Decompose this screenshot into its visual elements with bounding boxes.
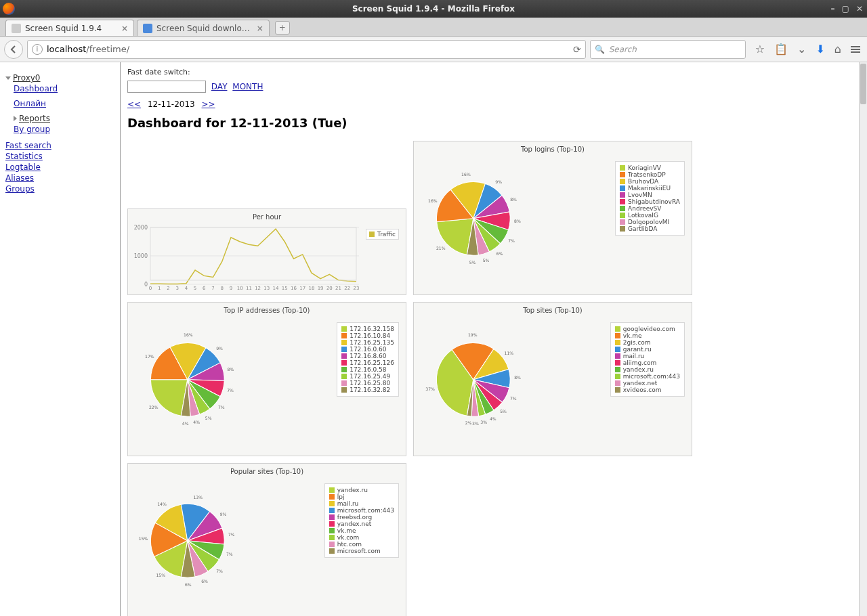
sidebar-bygroup[interactable]: By group [14,125,114,134]
legend-top-ip: 172.16.32.158172.16.10.84172.16.25.13517… [337,322,399,397]
chart-title: Top sites (Top-10) [417,307,689,314]
svg-text:7%: 7% [218,405,225,410]
svg-text:7%: 7% [216,569,223,573]
svg-text:21%: 21% [436,246,446,250]
line-legend: Traffic [366,229,399,240]
navbar: i localhost/freetime/ ⟳ 🔍 Search ☆ 📋 ⌄ ⬇… [0,37,867,62]
svg-text:10: 10 [237,286,243,291]
svg-text:16%: 16% [461,172,471,177]
panel-top-ip: Top IP addresses (Top-10) 22%17%16%9%8%7… [127,302,406,456]
proxy-group[interactable]: Proxy0 [5,73,114,83]
svg-text:9: 9 [230,286,232,291]
svg-text:8%: 8% [514,219,521,223]
svg-text:5%: 5% [483,258,490,263]
svg-text:21: 21 [335,286,341,291]
svg-text:16: 16 [291,286,297,291]
minimize-button[interactable]: – [831,4,835,14]
legend-top-logins: KoriaginVVTratsenkoDPBruhovDAMakarinskii… [615,161,685,236]
site-info-icon[interactable]: i [32,44,43,55]
clipboard-icon[interactable]: 📋 [774,43,788,56]
search-bar[interactable]: 🔍 Search [590,40,746,59]
svg-text:13: 13 [263,286,270,291]
url-bar[interactable]: i localhost/freetime/ ⟳ [27,40,586,59]
pie-popular: 15%15%14%13%9%7%7%7%6%6% [148,490,263,605]
url-text: localhost/freetime/ [47,44,569,54]
svg-text:19: 19 [318,286,324,291]
svg-text:5%: 5% [500,409,507,414]
prev-date[interactable]: << [127,100,141,109]
page-title: Dashboard for 12-11-2013 (Tue) [127,116,860,130]
favicon-icon [12,24,21,33]
os-titlebar: Screen Squid 1.9.4 - Mozilla Firefox – ▢… [0,0,867,18]
maximize-button[interactable]: ▢ [842,4,849,14]
svg-text:9%: 9% [495,179,502,184]
svg-text:4%: 4% [490,416,496,421]
home-icon[interactable]: ⌂ [834,43,841,56]
back-button[interactable] [4,40,23,59]
close-window-button[interactable]: ✕ [856,4,863,14]
sidebar-groups[interactable]: Groups [5,184,114,194]
svg-text:5%: 5% [469,260,476,265]
content: Fast date switch: DAY MONTH << 12-11-201… [121,62,867,616]
date-nav: << 12-11-2013 >> [127,100,860,109]
panel-per-hour: Per hour 0100020000123456789101112131415… [127,208,406,295]
svg-text:1: 1 [158,286,161,291]
svg-text:0: 0 [149,286,152,291]
svg-text:23: 23 [354,286,360,291]
svg-text:14: 14 [273,286,279,291]
svg-text:1000: 1000 [134,253,148,259]
sidebar-statistics[interactable]: Statistics [5,152,114,161]
svg-text:8%: 8% [510,197,517,202]
panel-popular-sites: Popular sites (Top-10) 15%15%14%13%9%7%7… [127,463,406,616]
tab-inactive[interactable]: Screen Squid downlo… × [137,20,270,36]
next-date[interactable]: >> [202,100,215,109]
downloads-icon[interactable]: ⬇ [816,43,824,56]
svg-text:6%: 6% [201,579,208,584]
svg-text:3%: 3% [480,420,487,424]
chart-title: Popular sites (Top-10) [131,468,403,475]
svg-text:8%: 8% [514,375,521,380]
scrollbar-thumb[interactable] [860,64,866,104]
month-link[interactable]: MONTH [232,82,263,91]
sidebar-online[interactable]: Онлайн [14,99,114,108]
svg-text:16%: 16% [184,332,193,337]
tab-active[interactable]: Screen Squid 1.9.4 × [5,20,134,36]
pie-top-sites: 37%19%11%8%7%5%4%3%3%2% [434,329,549,444]
close-icon[interactable]: × [257,24,263,33]
sidebar-dashboard[interactable]: Dashboard [14,84,114,93]
svg-text:6%: 6% [496,251,503,256]
sidebar: Proxy0 Dashboard Онлайн Reports By group… [0,62,121,616]
favicon-icon [143,24,152,33]
search-placeholder: Search [609,45,637,54]
sidebar-fastsearch[interactable]: Fast search [5,141,114,150]
sidebar-logtable[interactable]: Logtable [5,162,114,172]
svg-text:7%: 7% [508,238,515,243]
svg-text:22: 22 [344,286,350,291]
sidebar-aliases[interactable]: Aliases [5,173,114,183]
day-link[interactable]: DAY [211,82,228,91]
date-input[interactable] [127,81,206,93]
svg-text:17: 17 [299,286,305,291]
pocket-icon[interactable]: ⌄ [797,43,806,56]
menu-icon[interactable] [851,46,860,53]
svg-text:7%: 7% [227,388,234,393]
bookmark-star-icon[interactable]: ☆ [755,43,765,56]
new-tab-button[interactable]: + [275,21,290,35]
svg-text:9%: 9% [216,346,223,351]
svg-text:4%: 4% [182,421,189,426]
reload-button[interactable]: ⟳ [573,44,581,55]
svg-text:2000: 2000 [134,225,148,231]
svg-text:8%: 8% [228,367,234,372]
close-icon[interactable]: × [121,24,128,33]
current-date: 12-11-2013 [148,100,195,109]
legend-popular: yandex.rulpjmail.rumicrosoft.com:443free… [324,483,399,558]
tab-strip: Screen Squid 1.9.4 × Screen Squid downlo… [0,18,867,37]
chart-title: Top logins (Top-10) [417,146,689,153]
reports-group[interactable]: Reports [14,114,114,123]
legend-top-sites: googlevideo.comvk.me2gis.comgarant.rumai… [610,322,685,397]
scrollbar[interactable] [859,62,867,616]
svg-text:18: 18 [308,286,314,291]
tab-label: Screen Squid downlo… [156,24,250,33]
chart-title: Top IP addresses (Top-10) [131,307,403,314]
pie-top-ip: 22%17%16%9%8%7%7%5%4%4% [148,329,263,444]
